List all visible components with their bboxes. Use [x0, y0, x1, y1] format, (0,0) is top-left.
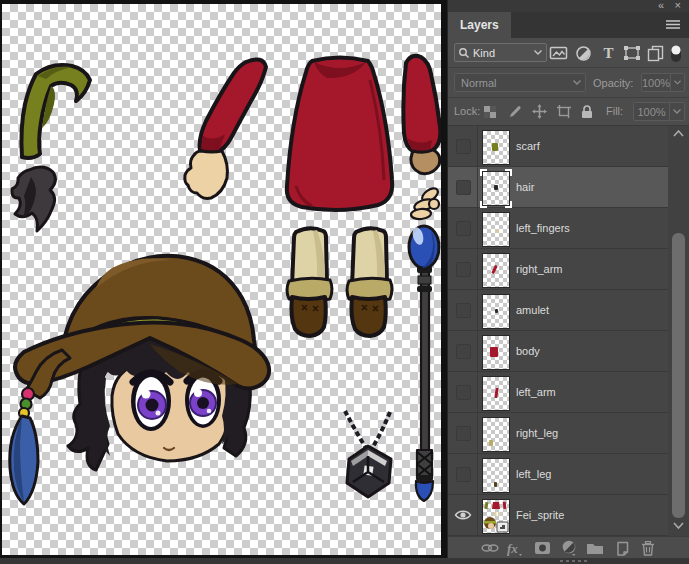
resize-grip[interactable] [560, 560, 590, 562]
layer-list-scrollbar[interactable] [668, 126, 689, 536]
sprite-left-leg [287, 228, 332, 336]
layer-thumbnail[interactable] [482, 171, 510, 206]
layers-toolbar: fx [448, 536, 689, 558]
lock-transparency-icon[interactable] [482, 104, 498, 119]
lock-position-icon[interactable] [531, 104, 547, 119]
lock-row: Lock: Fill: 100% [448, 98, 689, 126]
layer-thumbnail[interactable] [482, 130, 510, 165]
layer-row-hair[interactable]: hair [448, 167, 668, 208]
new-adjustment-layer-icon[interactable] [560, 540, 578, 556]
visibility-well [456, 262, 471, 277]
layer-row-right-leg[interactable]: right_leg [448, 413, 668, 454]
scrollbar-thumb[interactable] [672, 233, 685, 518]
layer-thumbnail[interactable] [482, 253, 510, 288]
opacity-value: 100% [642, 77, 670, 89]
left-eye [131, 371, 171, 431]
thumbnail-art [490, 347, 498, 357]
panel-title-strip: « × [448, 0, 689, 12]
new-group-folder-icon[interactable] [586, 540, 604, 556]
thumbnail-art [495, 230, 498, 233]
lock-artboard-icon[interactable] [556, 104, 572, 119]
visibility-well [456, 385, 471, 400]
link-layers-icon[interactable] [481, 540, 499, 556]
layer-style-fx-icon[interactable]: fx [506, 540, 524, 556]
sprite-right-fingers [411, 186, 441, 220]
sprite-right-leg [347, 228, 392, 336]
type-filter-icon[interactable]: T [598, 43, 618, 63]
layer-row-fei-sprite[interactable]: Fei_sprite [448, 495, 668, 536]
blend-row: Normal Opacity: 100% [448, 68, 689, 98]
layer-row-scarf[interactable]: scarf [448, 126, 668, 167]
sprite-head [10, 256, 269, 504]
adjustment-filter-icon[interactable] [573, 43, 593, 63]
layer-row-right-arm[interactable]: right_arm [448, 249, 668, 290]
eye-icon [454, 509, 472, 521]
scroll-up-icon[interactable] [673, 130, 684, 137]
layer-thumbnail[interactable] [482, 212, 510, 247]
thumbnail-art [492, 143, 498, 151]
chevron-down-icon [573, 80, 581, 85]
add-layer-mask-icon[interactable] [533, 540, 551, 556]
delete-layer-icon[interactable] [639, 540, 657, 556]
hat-beads [19, 388, 34, 418]
filter-kind-dropdown[interactable]: Kind [454, 43, 547, 62]
sprite-artwork [2, 4, 441, 555]
layer-row-left-fingers[interactable]: left_fingers [448, 208, 668, 249]
visibility-toggle[interactable] [448, 290, 478, 330]
shape-filter-icon[interactable] [622, 43, 642, 63]
smart-object-filter-icon[interactable] [645, 43, 665, 63]
fill-value: 100% [634, 106, 669, 118]
visibility-well [456, 426, 471, 441]
layer-thumbnail[interactable] [482, 376, 510, 411]
collapse-panel-icon[interactable]: « [658, 0, 663, 12]
svg-text:T: T [603, 45, 613, 61]
document-canvas[interactable] [2, 4, 441, 555]
visibility-toggle[interactable] [448, 331, 478, 371]
lock-all-icon[interactable] [579, 104, 595, 119]
panel-menu-icon[interactable] [665, 19, 681, 31]
lock-pixels-icon[interactable] [507, 104, 523, 119]
scroll-down-icon[interactable] [673, 522, 684, 529]
new-layer-icon[interactable] [612, 540, 630, 556]
visibility-toggle[interactable] [448, 372, 478, 412]
tab-layers[interactable]: Layers [448, 12, 511, 38]
layer-thumbnail[interactable] [482, 335, 510, 370]
visibility-toggle[interactable] [448, 167, 478, 207]
sprite-sheet-thumbnail [483, 500, 509, 533]
visibility-toggle[interactable] [448, 208, 478, 248]
layer-list: scarf hair left_fingers right_arm [448, 126, 689, 536]
sprite-amulet [345, 411, 391, 497]
fill-input[interactable]: 100% [633, 102, 685, 121]
layers-panel: « × Layers Kind T [447, 0, 689, 564]
visibility-toggle[interactable] [448, 126, 478, 166]
layer-row-left-leg[interactable]: left_leg [448, 454, 668, 495]
thumbnail-art [494, 482, 497, 487]
layer-row-body[interactable]: body [448, 331, 668, 372]
visibility-toggle[interactable] [448, 413, 478, 453]
filter-toggle-icon[interactable] [669, 43, 683, 63]
sprite-right-arm [403, 56, 440, 174]
thumbnail-art [494, 388, 498, 398]
layer-thumbnail[interactable] [482, 458, 510, 493]
visibility-toggle[interactable] [448, 454, 478, 494]
layer-thumbnail[interactable] [482, 499, 510, 534]
close-panel-icon[interactable]: × [675, 0, 681, 12]
layer-thumbnail[interactable] [482, 417, 510, 452]
layer-row-amulet[interactable]: amulet [448, 290, 668, 331]
filter-row: Kind T [448, 38, 689, 68]
pixel-filter-icon[interactable] [548, 43, 568, 63]
layer-name: body [516, 331, 540, 371]
layer-row-left-arm[interactable]: left_arm [448, 372, 668, 413]
sprite-body [287, 58, 392, 211]
blend-mode-dropdown[interactable]: Normal [454, 73, 586, 92]
svg-text:fx: fx [507, 541, 518, 556]
thumbnail-art [491, 265, 498, 274]
visibility-toggle[interactable] [448, 249, 478, 289]
layer-thumbnail[interactable] [482, 294, 510, 329]
layer-name: left_leg [516, 454, 551, 494]
visibility-toggle[interactable] [448, 495, 478, 535]
opacity-input[interactable]: 100% [641, 73, 685, 92]
opacity-label: Opacity: [593, 77, 633, 89]
thumbnail-art [495, 309, 498, 313]
sprite-left-arm [185, 59, 266, 198]
